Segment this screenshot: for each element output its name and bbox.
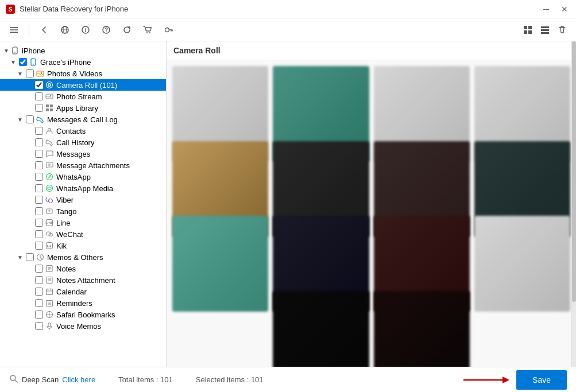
info-button[interactable]: i bbox=[78, 22, 94, 38]
checkbox-memos-others[interactable] bbox=[26, 253, 34, 261]
checkbox-line[interactable] bbox=[35, 219, 43, 227]
checkbox-graces-iphone[interactable] bbox=[19, 58, 27, 66]
toggle-safari-bookmarks bbox=[25, 311, 33, 319]
sidebar-item-voice-memos[interactable]: Voice Memos bbox=[0, 320, 166, 332]
status-bar: Deep Scan Click here Total items : 101 S… bbox=[0, 367, 576, 392]
line-label: Line bbox=[56, 219, 71, 227]
globe-button[interactable] bbox=[57, 22, 73, 38]
scrollbar-track[interactable] bbox=[571, 41, 576, 367]
sidebar-item-reminders[interactable]: Reminders bbox=[0, 297, 166, 309]
sidebar-item-call-history[interactable]: Call History bbox=[0, 137, 166, 148]
voice-memos-icon bbox=[45, 321, 54, 331]
photo-thumb[interactable] bbox=[474, 216, 570, 312]
checkbox-apps-library[interactable] bbox=[35, 104, 43, 112]
viber-icon bbox=[45, 195, 54, 204]
checkbox-voice-memos[interactable] bbox=[35, 322, 43, 330]
photo-thumb[interactable] bbox=[273, 291, 369, 367]
search-icon bbox=[9, 374, 18, 385]
svg-rect-33 bbox=[46, 104, 49, 107]
svg-rect-70 bbox=[48, 323, 51, 327]
photo-thumb[interactable] bbox=[172, 216, 268, 312]
checkbox-safari-bookmarks[interactable] bbox=[35, 311, 43, 319]
notes-icon bbox=[45, 264, 54, 273]
toggle-photos-videos: ▼ bbox=[16, 69, 24, 77]
photo-stream-icon bbox=[45, 92, 54, 101]
viber-label: Viber bbox=[56, 196, 74, 204]
toggle-msg-attach bbox=[25, 161, 33, 169]
toggle-kik bbox=[25, 242, 33, 250]
checkbox-contacts[interactable] bbox=[35, 127, 43, 135]
messages-call-log-label: Messages & Call Log bbox=[47, 115, 118, 124]
save-button[interactable]: Save bbox=[516, 370, 567, 390]
sidebar-item-calendar[interactable]: Calendar bbox=[0, 286, 166, 297]
checkbox-tango[interactable] bbox=[35, 207, 43, 215]
checkbox-wechat[interactable] bbox=[35, 230, 43, 238]
memos-others-icon bbox=[36, 253, 45, 262]
sidebar-item-tango[interactable]: T Tango bbox=[0, 205, 166, 217]
deep-scan-link[interactable]: Click here bbox=[62, 375, 95, 384]
sidebar-item-wechat[interactable]: WeChat bbox=[0, 228, 166, 240]
toggle-contacts bbox=[25, 127, 33, 135]
key-button[interactable] bbox=[160, 22, 176, 38]
sidebar-item-contacts[interactable]: Contacts bbox=[0, 125, 166, 137]
list-view-button[interactable] bbox=[537, 22, 553, 38]
checkbox-call-history[interactable] bbox=[35, 138, 43, 146]
sidebar-item-message-attachments[interactable]: Message Attachments bbox=[0, 160, 166, 171]
checkbox-whatsapp-media[interactable] bbox=[35, 184, 43, 192]
wechat-label: WeChat bbox=[56, 230, 83, 239]
svg-rect-42 bbox=[48, 187, 51, 189]
help-button[interactable]: ? bbox=[98, 22, 114, 38]
minimize-button[interactable]: ─ bbox=[539, 2, 553, 16]
sidebar-item-whatsapp[interactable]: WhatsApp bbox=[0, 171, 166, 183]
svg-point-25 bbox=[33, 64, 34, 65]
cart-button[interactable] bbox=[140, 22, 156, 38]
checkbox-notes[interactable] bbox=[35, 265, 43, 273]
sidebar-item-photo-stream[interactable]: Photo Stream bbox=[0, 91, 166, 102]
arrow-right-icon bbox=[463, 373, 509, 387]
menu-button[interactable] bbox=[6, 22, 22, 38]
checkbox-photos-videos[interactable] bbox=[26, 69, 34, 77]
svg-point-32 bbox=[50, 95, 51, 96]
delete-view-button[interactable] bbox=[554, 22, 570, 38]
sidebar-item-line[interactable]: LINE Line bbox=[0, 217, 166, 228]
checkbox-notes-attachment[interactable] bbox=[35, 276, 43, 284]
checkbox-kik[interactable] bbox=[35, 242, 43, 250]
sidebar-item-notes-attachment[interactable]: Notes Attachment bbox=[0, 274, 166, 286]
grid-view-button[interactable] bbox=[520, 22, 536, 38]
close-button[interactable]: ✕ bbox=[558, 2, 571, 16]
photo-thumb[interactable] bbox=[374, 291, 470, 367]
sidebar-item-graces-iphone[interactable]: ▼ Grace's iPhone bbox=[0, 56, 166, 68]
sidebar-item-iphone[interactable]: ▼ iPhone bbox=[0, 45, 166, 56]
sidebar-item-messages[interactable]: Messages bbox=[0, 148, 166, 160]
sidebar-item-viber[interactable]: Viber bbox=[0, 194, 166, 205]
checkbox-viber[interactable] bbox=[35, 196, 43, 204]
checkbox-reminders[interactable] bbox=[35, 299, 43, 307]
sidebar-item-whatsapp-media[interactable]: WhatsApp Media bbox=[0, 183, 166, 194]
sidebar-item-camera-roll[interactable]: Camera Roll (101) bbox=[0, 79, 166, 91]
sidebar-item-photos-videos[interactable]: ▼ Photos & Videos bbox=[0, 68, 166, 79]
back-button[interactable] bbox=[36, 22, 52, 38]
sidebar-item-notes[interactable]: Notes bbox=[0, 263, 166, 274]
checkbox-messages[interactable] bbox=[35, 150, 43, 158]
toggle-messages bbox=[25, 150, 33, 158]
toggle-notes-attachment bbox=[25, 276, 33, 284]
toggle-calendar bbox=[25, 288, 33, 296]
messages-label: Messages bbox=[56, 150, 90, 158]
sidebar-item-kik[interactable]: kik Kik bbox=[0, 240, 166, 251]
refresh-button[interactable] bbox=[119, 22, 135, 38]
svg-text:kik: kik bbox=[47, 244, 52, 248]
checkbox-messages-call-log[interactable] bbox=[26, 115, 34, 123]
sidebar-item-memos-others[interactable]: ▼ Memos & Others bbox=[0, 251, 166, 263]
checkbox-camera-roll[interactable] bbox=[35, 81, 43, 89]
wechat-icon bbox=[45, 230, 54, 239]
checkbox-whatsapp[interactable] bbox=[35, 173, 43, 181]
checkbox-calendar[interactable] bbox=[35, 288, 43, 296]
toggle-whatsapp-media bbox=[25, 184, 33, 192]
sidebar-item-apps-library[interactable]: Apps Library bbox=[0, 102, 166, 114]
sidebar-item-safari-bookmarks[interactable]: Safari Bookmarks bbox=[0, 309, 166, 320]
tango-icon: T bbox=[45, 207, 54, 216]
scrollbar-thumb[interactable] bbox=[572, 41, 576, 302]
checkbox-msg-attach[interactable] bbox=[35, 161, 43, 169]
checkbox-photo-stream[interactable] bbox=[35, 92, 43, 100]
sidebar-item-messages-call-log[interactable]: ▼ Messages & Call Log bbox=[0, 114, 166, 125]
